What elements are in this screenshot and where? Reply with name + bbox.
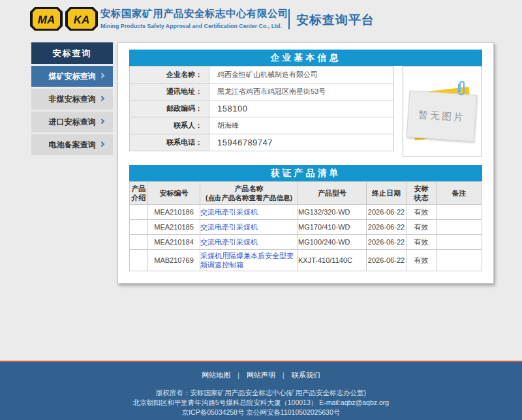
table-row: 企业名称： 鸡西金恒矿山机械制造有限公司 — [130, 67, 394, 83]
footer-link-statement[interactable]: 网站声明 — [247, 371, 275, 379]
product-list-title: 获证产品清单 — [129, 165, 482, 181]
org-name-en: Mining Products Safety Approval and Cert… — [100, 23, 288, 29]
end-date: 2026-06-22 — [367, 250, 407, 271]
page-footer: 网站地图 | 网站声明 | 联系我们 版权所有：安标国家矿用产品安全标志中心(矿… — [0, 361, 522, 420]
footer-links: 网站地图 | 网站声明 | 联系我们 — [0, 370, 522, 380]
cert-number: MEA210184 — [148, 235, 200, 250]
contact-label: 联系人： — [130, 117, 209, 134]
product-intro — [130, 235, 148, 250]
table-row: MEA210186 交流电牵引采煤机 MG132/320-WD 2026-06-… — [130, 205, 482, 220]
product-intro — [130, 205, 148, 220]
col-header-end-date: 终止日期 — [367, 182, 407, 205]
sidebar-item-label: 非煤安标查询 — [49, 95, 96, 104]
sidebar-item-label: 煤矿安标查询 — [49, 72, 96, 81]
footer-separator: | — [283, 372, 284, 379]
product-table-header-row: 产品 介绍 安标编号 产品名称 (点击产品名称查看产品信息) 产品型号 终止日期 — [130, 182, 482, 205]
footer-address: 北京朝阳区和平里青年沟路5号煤科总院安科大厦（100013） E-mail:aq… — [0, 398, 522, 408]
maka-logo-icon: MA KA — [30, 6, 98, 35]
product-model: MG100/240-WD — [298, 235, 367, 250]
address-label: 通讯地址： — [130, 83, 209, 100]
postcode-label: 邮政编码： — [130, 100, 209, 117]
footer-copyright: 版权所有：安标国家矿用产品安全标志中心(矿用产品安全标志办公室) — [0, 388, 522, 398]
col-header-model: 产品型号 — [298, 182, 367, 205]
end-date: 2026-06-22 — [367, 220, 407, 235]
col-header-intro: 产品 介绍 — [130, 182, 148, 205]
product-model: KXJT-410/1140C — [298, 250, 367, 271]
col-header-name: 产品名称 (点击产品名称查看产品信息) — [200, 182, 298, 205]
product-model: MG170/410-WD — [298, 220, 367, 235]
no-image-card-front: 暂无图片 — [407, 90, 478, 142]
status-badge: 有效 — [407, 205, 437, 220]
platform-title: 安标查询平台 — [296, 12, 375, 29]
chevron-right-icon — [99, 96, 104, 101]
status-badge: 有效 — [407, 235, 437, 250]
sidebar-item-coal-query[interactable]: 煤矿安标查询 — [31, 66, 113, 87]
product-intro — [130, 250, 148, 271]
no-image-placeholder: 暂无图片 — [403, 66, 482, 157]
status-badge: 有效 — [407, 250, 437, 271]
sidebar: 安标查询 煤矿安标查询 非煤安标查询 进口安标查询 电池备案查询 — [31, 42, 113, 157]
content-panel: 企业基本信息 企业名称： 鸡西金恒矿山机械制造有限公司 通讯地址： 黑龙江省鸡西… — [117, 42, 494, 284]
sidebar-item-label: 电池备案查询 — [49, 140, 96, 149]
company-name-label: 企业名称： — [130, 67, 209, 83]
company-info-title: 企业基本信息 — [129, 50, 482, 66]
product-name-link[interactable]: 采煤机用隔爆兼本质安全型变频调速控制箱 — [200, 252, 294, 269]
postcode-value: 158100 — [209, 100, 394, 117]
table-row: MEA210185 交流电牵引采煤机 MG170/410-WD 2026-06-… — [130, 220, 482, 235]
sidebar-item-import-query[interactable]: 进口安标查询 — [31, 112, 113, 132]
remark — [437, 250, 482, 271]
footer-link-sitemap[interactable]: 网站地图 — [202, 371, 230, 379]
remark — [437, 205, 482, 220]
sidebar-title: 安标查询 — [31, 42, 113, 64]
col-header-status: 安标 状态 — [407, 182, 437, 205]
no-image-text: 暂无图片 — [418, 108, 466, 124]
org-name-zh: 安标国家矿用产品安全标志中心有限公司 — [100, 7, 288, 21]
sidebar-item-battery-query[interactable]: 电池备案查询 — [31, 134, 113, 155]
contact-value: 胡海峰 — [209, 117, 394, 134]
product-intro — [130, 220, 148, 235]
cert-number: MAB210769 — [148, 250, 200, 271]
table-row: 联系人： 胡海峰 — [130, 117, 394, 134]
product-name-link[interactable]: 交流电牵引采煤机 — [200, 238, 258, 246]
company-info-table: 企业名称： 鸡西金恒矿山机械制造有限公司 通讯地址： 黑龙江省鸡西市鸡冠区南星街… — [129, 66, 394, 151]
phone-value: 15946789747 — [209, 134, 394, 151]
end-date: 2026-06-22 — [367, 235, 407, 250]
address-value: 黑龙江省鸡西市鸡冠区南星街53号 — [209, 83, 394, 100]
remark — [437, 235, 482, 250]
product-name-link[interactable]: 交流电牵引采煤机 — [200, 223, 258, 231]
svg-text:KA: KA — [74, 14, 90, 26]
chevron-right-icon — [99, 142, 104, 147]
cert-number: MEA210185 — [148, 220, 200, 235]
sidebar-item-noncoal-query[interactable]: 非煤安标查询 — [31, 89, 113, 110]
sidebar-item-label: 进口安标查询 — [49, 117, 96, 127]
product-name-link[interactable]: 交流电牵引采煤机 — [200, 208, 258, 216]
product-table: 产品 介绍 安标编号 产品名称 (点击产品名称查看产品信息) 产品型号 终止日期 — [129, 181, 482, 271]
status-badge: 有效 — [407, 220, 437, 235]
header-divider — [288, 9, 290, 29]
remark — [437, 220, 482, 235]
cert-number: MEA210186 — [148, 205, 200, 220]
col-header-cert-no: 安标编号 — [148, 182, 200, 205]
product-model: MG132/320-WD — [298, 205, 367, 220]
table-row: 联系电话： 15946789747 — [130, 134, 394, 151]
table-row: MAB210769 采煤机用隔爆兼本质安全型变频调速控制箱 KXJT-410/1… — [130, 250, 482, 271]
col-header-remark: 备注 — [437, 182, 482, 205]
page-header: MA KA 安标国家矿用产品安全标志中心有限公司 Mining Products… — [0, 0, 522, 39]
chevron-right-icon — [99, 73, 104, 78]
end-date: 2026-06-22 — [367, 205, 407, 220]
footer-separator: | — [238, 372, 239, 379]
chevron-right-icon — [99, 119, 104, 124]
svg-text:MA: MA — [38, 14, 55, 26]
company-name-value: 鸡西金恒矿山机械制造有限公司 — [209, 67, 394, 83]
table-row: 邮政编码： 158100 — [130, 100, 394, 117]
phone-label: 联系电话： — [130, 134, 209, 151]
table-row: MEA210184 交流电牵引采煤机 MG100/240-WD 2026-06-… — [130, 235, 482, 250]
paperclip-icon — [455, 80, 466, 99]
table-row: 通讯地址： 黑龙江省鸡西市鸡冠区南星街53号 — [130, 83, 394, 100]
footer-link-contact[interactable]: 联系我们 — [292, 371, 320, 379]
footer-icp: 京ICP备05034258号 京公网安备11010502025630号 — [0, 408, 522, 417]
